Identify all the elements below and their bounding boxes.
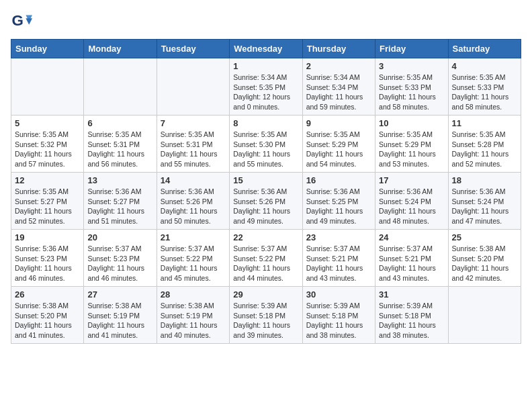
- day-number: 13: [87, 175, 152, 185]
- info-line: Sunrise: 5:37 AM: [306, 244, 360, 253]
- day-number: 19: [15, 232, 80, 242]
- day-info: Sunrise: 5:35 AMSunset: 5:31 PMDaylight:…: [87, 130, 152, 169]
- info-line: Sunrise: 5:35 AM: [15, 130, 69, 138]
- week-row-5: 26Sunrise: 5:38 AMSunset: 5:20 PMDayligh…: [11, 287, 521, 344]
- info-line: Sunrise: 5:36 AM: [233, 187, 287, 195]
- info-line: Daylight: 11 hours and 55 minutes.: [233, 150, 290, 168]
- calendar-cell: 28Sunrise: 5:38 AMSunset: 5:19 PMDayligh…: [157, 287, 229, 344]
- day-info: Sunrise: 5:36 AMSunset: 5:25 PMDaylight:…: [306, 187, 371, 226]
- page-header: G: [11, 11, 521, 32]
- calendar-cell: 17Sunrise: 5:36 AMSunset: 5:24 PMDayligh…: [375, 173, 448, 230]
- day-info: Sunrise: 5:37 AMSunset: 5:21 PMDaylight:…: [306, 244, 371, 283]
- info-line: Sunset: 5:31 PM: [161, 140, 213, 148]
- info-line: Daylight: 11 hours and 49 minutes.: [306, 207, 363, 225]
- info-line: Daylight: 11 hours and 39 minutes.: [233, 321, 290, 339]
- info-line: Sunrise: 5:35 AM: [233, 130, 287, 138]
- info-line: Sunset: 5:23 PM: [87, 255, 140, 263]
- week-row-3: 12Sunrise: 5:35 AMSunset: 5:27 PMDayligh…: [11, 173, 521, 230]
- info-line: Daylight: 11 hours and 57 minutes.: [15, 150, 72, 168]
- day-info: Sunrise: 5:39 AMSunset: 5:18 PMDaylight:…: [306, 301, 371, 340]
- day-number: 16: [306, 175, 371, 185]
- day-number: 9: [306, 118, 371, 128]
- info-line: Sunrise: 5:39 AM: [306, 302, 360, 310]
- day-info: Sunrise: 5:35 AMSunset: 5:33 PMDaylight:…: [452, 73, 517, 112]
- info-line: Sunset: 5:33 PM: [379, 83, 431, 91]
- info-line: Sunset: 5:19 PM: [87, 312, 140, 320]
- day-number: 7: [161, 118, 226, 128]
- info-line: Daylight: 11 hours and 46 minutes.: [87, 264, 144, 282]
- calendar-cell: 2Sunrise: 5:34 AMSunset: 5:34 PMDaylight…: [302, 58, 375, 116]
- info-line: Sunrise: 5:35 AM: [379, 130, 433, 138]
- calendar-cell: 8Sunrise: 5:35 AMSunset: 5:30 PMDaylight…: [230, 116, 302, 173]
- info-line: Sunset: 5:21 PM: [306, 255, 359, 263]
- info-line: Daylight: 11 hours and 55 minutes.: [161, 150, 218, 168]
- calendar-cell: 5Sunrise: 5:35 AMSunset: 5:32 PMDaylight…: [11, 116, 84, 173]
- calendar-cell: 21Sunrise: 5:37 AMSunset: 5:22 PMDayligh…: [157, 230, 229, 287]
- day-info: Sunrise: 5:34 AMSunset: 5:35 PMDaylight:…: [233, 73, 298, 112]
- day-info: Sunrise: 5:36 AMSunset: 5:24 PMDaylight:…: [452, 187, 517, 226]
- calendar-cell: 13Sunrise: 5:36 AMSunset: 5:27 PMDayligh…: [84, 173, 157, 230]
- calendar-cell: [11, 58, 84, 116]
- calendar-cell: 7Sunrise: 5:35 AMSunset: 5:31 PMDaylight…: [157, 116, 229, 173]
- info-line: Sunset: 5:20 PM: [15, 312, 67, 320]
- calendar-cell: 30Sunrise: 5:39 AMSunset: 5:18 PMDayligh…: [302, 287, 375, 344]
- day-number: 22: [233, 232, 298, 242]
- day-info: Sunrise: 5:35 AMSunset: 5:30 PMDaylight:…: [233, 130, 298, 169]
- info-line: Sunset: 5:32 PM: [15, 140, 67, 148]
- info-line: Sunset: 5:28 PM: [452, 140, 504, 148]
- info-line: Daylight: 11 hours and 53 minutes.: [379, 150, 436, 168]
- info-line: Sunset: 5:29 PM: [306, 140, 359, 148]
- calendar-cell: 23Sunrise: 5:37 AMSunset: 5:21 PMDayligh…: [302, 230, 375, 287]
- info-line: Sunrise: 5:36 AM: [452, 187, 506, 195]
- info-line: Sunrise: 5:38 AM: [161, 302, 214, 310]
- day-info: Sunrise: 5:35 AMSunset: 5:27 PMDaylight:…: [15, 187, 80, 226]
- day-info: Sunrise: 5:39 AMSunset: 5:18 PMDaylight:…: [379, 301, 444, 340]
- day-number: 25: [452, 232, 517, 242]
- info-line: Daylight: 11 hours and 43 minutes.: [306, 264, 363, 282]
- info-line: Daylight: 11 hours and 56 minutes.: [87, 150, 144, 168]
- info-line: Sunset: 5:24 PM: [379, 197, 431, 205]
- info-line: Daylight: 11 hours and 58 minutes.: [452, 93, 509, 111]
- info-line: Sunset: 5:34 PM: [306, 83, 359, 91]
- calendar-cell: 26Sunrise: 5:38 AMSunset: 5:20 PMDayligh…: [11, 287, 84, 344]
- day-number: 17: [379, 175, 444, 185]
- info-line: Sunrise: 5:36 AM: [379, 187, 433, 195]
- day-number: 30: [306, 289, 371, 300]
- logo-icon: G: [11, 11, 32, 32]
- calendar-cell: 29Sunrise: 5:39 AMSunset: 5:18 PMDayligh…: [230, 287, 302, 344]
- info-line: Sunset: 5:23 PM: [15, 255, 67, 263]
- info-line: Daylight: 12 hours and 0 minutes.: [233, 93, 290, 111]
- info-line: Daylight: 11 hours and 54 minutes.: [306, 150, 363, 168]
- calendar-cell: [157, 58, 229, 116]
- day-number: 23: [306, 232, 371, 242]
- info-line: Sunset: 5:27 PM: [15, 197, 67, 205]
- column-header-friday: Friday: [375, 40, 448, 58]
- info-line: Daylight: 11 hours and 52 minutes.: [15, 207, 72, 225]
- info-line: Sunrise: 5:37 AM: [379, 244, 433, 253]
- day-info: Sunrise: 5:38 AMSunset: 5:19 PMDaylight:…: [87, 301, 152, 340]
- calendar-cell: 14Sunrise: 5:36 AMSunset: 5:26 PMDayligh…: [157, 173, 229, 230]
- info-line: Sunset: 5:24 PM: [452, 197, 504, 205]
- day-number: 10: [379, 118, 444, 128]
- day-number: 20: [87, 232, 152, 242]
- info-line: Sunrise: 5:39 AM: [233, 302, 287, 310]
- day-number: 28: [161, 289, 226, 300]
- info-line: Sunset: 5:25 PM: [306, 197, 359, 205]
- calendar-cell: [84, 58, 157, 116]
- week-row-4: 19Sunrise: 5:36 AMSunset: 5:23 PMDayligh…: [11, 230, 521, 287]
- day-number: 14: [161, 175, 226, 185]
- calendar-cell: 15Sunrise: 5:36 AMSunset: 5:26 PMDayligh…: [230, 173, 302, 230]
- day-number: 5: [15, 118, 80, 128]
- calendar-cell: 12Sunrise: 5:35 AMSunset: 5:27 PMDayligh…: [11, 173, 84, 230]
- info-line: Daylight: 11 hours and 46 minutes.: [15, 264, 72, 282]
- week-row-2: 5Sunrise: 5:35 AMSunset: 5:32 PMDaylight…: [11, 116, 521, 173]
- info-line: Daylight: 11 hours and 50 minutes.: [161, 207, 218, 225]
- day-number: 11: [452, 118, 517, 128]
- info-line: Sunrise: 5:38 AM: [15, 302, 69, 310]
- info-line: Sunset: 5:20 PM: [452, 255, 504, 263]
- info-line: Sunset: 5:18 PM: [233, 312, 285, 320]
- info-line: Sunrise: 5:38 AM: [87, 302, 141, 310]
- day-number: 8: [233, 118, 298, 128]
- info-line: Sunrise: 5:36 AM: [15, 244, 69, 253]
- info-line: Sunset: 5:26 PM: [161, 197, 213, 205]
